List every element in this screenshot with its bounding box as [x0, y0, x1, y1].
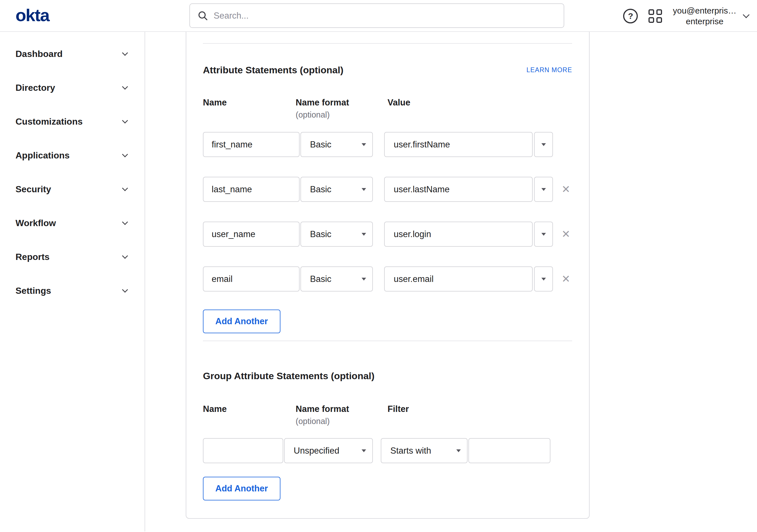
- value-dropdown-button: [534, 177, 553, 202]
- group-column-headers: Name Name format Filter: [203, 404, 572, 415]
- help-icon[interactable]: ?: [623, 9, 638, 23]
- sidebar-item-label: Workflow: [15, 218, 56, 228]
- name-format-value: Basic: [310, 140, 331, 150]
- saml-settings-card: Attribute Statements (optional) LEARN MO…: [186, 32, 590, 519]
- caret-down-icon: [541, 143, 546, 146]
- divider: [203, 43, 572, 44]
- caret-down-icon: [541, 278, 546, 281]
- chevron-down-icon: [122, 219, 128, 225]
- delete-row-icon[interactable]: ✕: [560, 229, 572, 240]
- sidebar-item-label: Settings: [15, 286, 51, 296]
- top-bar: okta ? you@enterpris… enterprise: [0, 0, 757, 32]
- group-name-format-select[interactable]: Unspecified: [284, 438, 373, 463]
- top-bar-right: ? you@enterpris… enterprise: [623, 0, 748, 32]
- name-format-value: Basic: [310, 184, 331, 195]
- sidebar-item-reports[interactable]: Reports: [0, 240, 145, 274]
- sidebar-item-applications[interactable]: Applications: [0, 139, 145, 172]
- sidebar-item-label: Directory: [15, 82, 55, 93]
- name-format-optional-note: (optional): [296, 416, 572, 426]
- grid-square: [649, 17, 654, 23]
- value-dropdown-button: [534, 132, 553, 157]
- okta-logo[interactable]: okta: [15, 5, 49, 25]
- caret-down-icon: [362, 450, 366, 452]
- attribute-name-input[interactable]: [203, 177, 300, 202]
- chevron-down-icon: [122, 287, 128, 293]
- grid-square: [656, 17, 662, 23]
- learn-more-link[interactable]: LEARN MORE: [527, 66, 572, 74]
- name-format-select[interactable]: Basic: [300, 222, 373, 247]
- value-combobox[interactable]: user.lastName: [384, 177, 553, 202]
- caret-down-icon: [541, 188, 546, 191]
- grid-square: [649, 9, 654, 15]
- user-menu[interactable]: you@enterpris… enterprise: [673, 5, 748, 27]
- sidebar-item-directory[interactable]: Directory: [0, 71, 145, 105]
- name-format-value: Unspecified: [294, 446, 339, 456]
- caret-down-icon: [362, 278, 366, 281]
- name-format-select[interactable]: Basic: [300, 266, 373, 292]
- column-name: Name: [203, 97, 296, 108]
- value-combobox[interactable]: user.login: [384, 222, 553, 247]
- caret-down-icon: [541, 233, 546, 236]
- attribute-name-input[interactable]: [203, 266, 300, 292]
- group-attribute-statements-title: Group Attribute Statements (optional): [203, 370, 572, 382]
- user-account-label: you@enterpris… enterprise: [673, 5, 737, 27]
- sidebar-item-label: Applications: [15, 150, 70, 161]
- sidebar-item-security[interactable]: Security: [0, 172, 145, 206]
- search-icon: [197, 10, 209, 21]
- group-attribute-row: Unspecified Starts with: [203, 438, 572, 463]
- column-name: Name: [203, 404, 296, 415]
- caret-down-icon: [362, 188, 366, 191]
- attribute-row: Basic user.email ✕: [203, 266, 572, 292]
- search-input[interactable]: [209, 4, 564, 27]
- value-text: user.email: [384, 266, 533, 292]
- attribute-row: Basic user.login ✕: [203, 222, 572, 247]
- chevron-down-icon: [122, 151, 128, 157]
- group-name-input[interactable]: [203, 438, 283, 463]
- filter-value: Starts with: [390, 446, 431, 456]
- sidebar-item-label: Dashboard: [15, 49, 63, 59]
- sidebar-item-label: Customizations: [15, 116, 82, 127]
- value-combobox[interactable]: user.firstName: [384, 132, 553, 157]
- column-value: Value: [387, 97, 410, 108]
- sidebar-item-label: Security: [15, 184, 51, 195]
- attribute-statements-title: Attribute Statements (optional): [203, 64, 344, 76]
- sidebar-item-dashboard[interactable]: Dashboard: [0, 37, 145, 71]
- delete-row-icon[interactable]: ✕: [560, 273, 572, 285]
- chevron-down-icon: [122, 117, 128, 123]
- value-text: user.lastName: [384, 177, 533, 202]
- value-combobox[interactable]: user.email: [384, 266, 553, 292]
- global-search[interactable]: [189, 3, 564, 28]
- value-text: user.login: [384, 222, 533, 247]
- attribute-row: Basic user.lastName ✕: [203, 177, 572, 202]
- attribute-name-input[interactable]: [203, 222, 300, 247]
- user-org: enterprise: [673, 16, 737, 27]
- name-format-select[interactable]: Basic: [300, 132, 373, 157]
- sidebar-item-workflow[interactable]: Workflow: [0, 206, 145, 240]
- name-format-value: Basic: [310, 274, 331, 284]
- divider: [203, 341, 572, 341]
- grid-square: [656, 9, 662, 15]
- group-filter-select[interactable]: Starts with: [381, 438, 468, 463]
- chevron-down-icon: [122, 185, 128, 191]
- value-dropdown-button: [534, 266, 553, 292]
- group-filter-value-input[interactable]: [469, 438, 550, 463]
- sidebar-item-settings[interactable]: Settings: [0, 274, 145, 308]
- chevron-down-icon: [122, 84, 128, 90]
- column-name-format: Name format: [296, 97, 387, 108]
- apps-grid-icon[interactable]: [649, 9, 662, 23]
- name-format-optional-note: (optional): [296, 110, 572, 120]
- chevron-down-icon: [122, 50, 128, 56]
- attribute-name-input[interactable]: [203, 132, 300, 157]
- value-dropdown-button: [534, 222, 553, 247]
- sidebar-item-customizations[interactable]: Customizations: [0, 105, 145, 139]
- name-format-select[interactable]: Basic: [300, 177, 373, 202]
- attribute-row: Basic user.firstName: [203, 132, 572, 157]
- add-another-group-attribute-button[interactable]: Add Another: [203, 477, 281, 500]
- add-another-attribute-button[interactable]: Add Another: [203, 310, 281, 333]
- user-email: you@enterpris…: [673, 5, 737, 16]
- attribute-column-headers: Name Name format Value: [203, 97, 572, 108]
- sidebar: Dashboard Directory Customizations Appli…: [0, 32, 145, 531]
- delete-row-icon[interactable]: ✕: [560, 184, 572, 195]
- name-format-value: Basic: [310, 229, 331, 239]
- sidebar-item-label: Reports: [15, 252, 49, 262]
